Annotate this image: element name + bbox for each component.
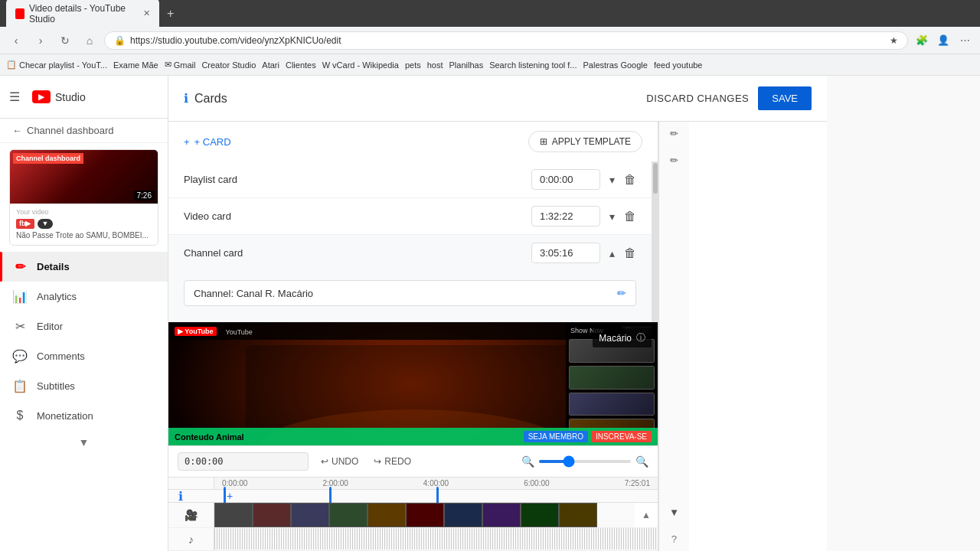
card-marker-1[interactable]: [329, 487, 332, 505]
extensions-icon[interactable]: 🧩: [913, 31, 931, 50]
chevron-down-icon: ▼: [79, 436, 90, 448]
bookmark-2[interactable]: ✉ Gmail: [165, 60, 196, 70]
redo-icon: ↪: [374, 456, 381, 467]
zoom-in-icon[interactable]: 🔍: [635, 455, 648, 468]
bookmark-9[interactable]: Planilhas: [449, 60, 484, 70]
bookmark-1[interactable]: Exame Mãe: [113, 60, 158, 70]
bookmark-8[interactable]: host: [427, 60, 443, 70]
cards-info-icon[interactable]: ℹ: [184, 91, 188, 106]
cards-items: Playlist card ▾ 🗑 Video card ▾ 🗑: [168, 161, 652, 322]
ruler-mark-4: 7:25:01: [625, 479, 650, 487]
video-thumb-2: [253, 503, 291, 527]
browser-tab[interactable]: Video details - YouTube Studio ✕: [6, 0, 159, 29]
plus-marker-btn[interactable]: +: [227, 490, 233, 502]
bookmark-12[interactable]: feed youtube: [654, 60, 703, 70]
side-edit-btn-2[interactable]: ✏: [670, 155, 678, 166]
tab-title: Video details - YouTube Studio: [29, 3, 136, 24]
more-options[interactable]: ▼: [38, 219, 54, 230]
track-collapse-btn[interactable]: ▲: [635, 510, 658, 520]
channel-back-btn[interactable]: ← Channel dashboard: [0, 119, 168, 143]
sidebar-item-comments[interactable]: 💬 Comments: [0, 341, 168, 371]
macario-badge: Macário ⓘ: [593, 328, 652, 347]
profile-icon[interactable]: 👤: [934, 31, 952, 50]
bookmark-5[interactable]: Clientes: [286, 60, 316, 70]
side-thumb-2[interactable]: [569, 366, 655, 390]
playlist-card-time[interactable]: [531, 169, 600, 190]
plus-icon: +: [184, 136, 190, 148]
channel-card-edit-btn[interactable]: ✏: [617, 287, 626, 299]
scroll-thumb: [653, 163, 658, 194]
add-marker-btn[interactable]: ℹ: [172, 487, 190, 505]
bookmarks-bar: 📋 Checar playlist - YouT... Exame Mãe ✉ …: [0, 54, 980, 76]
redo-btn[interactable]: ↪ REDO: [368, 453, 417, 470]
bookmark-7[interactable]: pets: [405, 60, 421, 70]
channel-card-time[interactable]: [531, 243, 600, 263]
forward-btn[interactable]: ›: [31, 31, 51, 51]
video-track-content[interactable]: [214, 503, 635, 527]
video-delete-btn[interactable]: 🗑: [624, 210, 636, 223]
video-duration: 7:26: [134, 191, 155, 201]
sidebar-item-details[interactable]: ✏ Details: [0, 252, 168, 282]
expand-sidebar-btn[interactable]: ▼: [0, 430, 168, 455]
playlist-expand-btn[interactable]: ▾: [609, 174, 615, 186]
card-marker-2[interactable]: [436, 487, 439, 505]
bookmark-4[interactable]: Atari: [262, 60, 279, 70]
address-bar[interactable]: 🔒 https://studio.youtube.com/video/ynzXp…: [104, 31, 908, 50]
cards-scroll-area: Playlist card ▾ 🗑 Video card ▾ 🗑: [168, 161, 658, 322]
channel-thumb-card[interactable]: 7:26 Channel dashboard Your video fb▶ ▼ …: [9, 149, 158, 246]
audio-track-content[interactable]: [214, 528, 658, 550]
card-marker-0[interactable]: [224, 487, 226, 505]
macario-name: Macário: [599, 333, 632, 344]
channel-collapse-btn[interactable]: ▴: [609, 247, 615, 259]
undo-redo-area: ↩ UNDO ↪ REDO: [315, 453, 417, 470]
yt-studio-header: ☰ ▶ Studio: [0, 76, 168, 119]
playlist-delete-btn[interactable]: 🗑: [624, 173, 636, 187]
video-card-name: Video card: [184, 210, 522, 222]
redo-label: REDO: [384, 456, 411, 467]
save-cards-btn[interactable]: SAVE: [758, 86, 812, 110]
audio-track-icon: ♪: [168, 528, 214, 550]
channel-card-name: Channel card: [184, 247, 522, 259]
sidebar: ☰ ▶ Studio ← Channel dashboard 7:26 Chan…: [0, 76, 168, 551]
channel-delete-btn[interactable]: 🗑: [624, 246, 636, 260]
seja-membro-btn[interactable]: SEJA MEMBRO: [524, 431, 588, 442]
bookmark-6[interactable]: W vCard - Wikipedia: [322, 60, 399, 70]
zoom-out-icon[interactable]: 🔍: [521, 455, 534, 468]
zoom-slider[interactable]: [539, 460, 631, 463]
side-thumb-3[interactable]: [569, 393, 655, 416]
add-card-btn[interactable]: + + CARD: [184, 136, 231, 148]
bookmark-3[interactable]: Creator Studio: [201, 60, 256, 70]
new-tab-btn[interactable]: +: [167, 7, 174, 21]
side-collapse-btn[interactable]: ▼: [669, 507, 679, 518]
sidebar-item-analytics[interactable]: 📊 Analytics: [0, 282, 168, 311]
scroll-indicator[interactable]: [652, 161, 658, 322]
yt-logo: ▶ Studio: [32, 90, 86, 103]
video-expand-btn[interactable]: ▾: [609, 210, 615, 223]
comments-icon: 💬: [12, 349, 28, 364]
undo-btn[interactable]: ↩ UNDO: [315, 453, 364, 470]
tab-close-btn[interactable]: ✕: [143, 8, 150, 18]
reload-btn[interactable]: ↻: [55, 31, 75, 51]
bookmark-10[interactable]: Search listening tool f...: [489, 60, 577, 70]
sidebar-item-monetization[interactable]: $ Monetization: [0, 401, 168, 430]
current-time-input[interactable]: 0:00:00: [178, 452, 309, 471]
bookmark-0[interactable]: 📋 Checar playlist - YouT...: [6, 60, 107, 70]
more-icon[interactable]: ⋯: [956, 31, 974, 50]
hamburger-menu[interactable]: ☰: [9, 90, 20, 104]
video-card-time[interactable]: [531, 206, 600, 227]
sidebar-item-subtitles[interactable]: 📋 Subtitles: [0, 371, 168, 401]
sidebar-item-editor[interactable]: ✂ Editor: [0, 311, 168, 341]
undo-label: UNDO: [332, 456, 358, 467]
side-edit-btn-1[interactable]: ✏: [670, 128, 678, 139]
bookmark-11[interactable]: Palestras Google: [583, 60, 647, 70]
apply-template-btn[interactable]: ⊞ APPLY TEMPLATE: [528, 131, 642, 152]
discard-changes-btn[interactable]: DISCARD CHANGES: [646, 93, 749, 104]
side-help-btn[interactable]: ?: [671, 533, 677, 545]
apply-template-label: APPLY TEMPLATE: [552, 136, 631, 147]
zoom-controls: 🔍 🔍: [521, 455, 648, 468]
inscreva-se-btn[interactable]: INSCREVA-SE: [591, 431, 652, 442]
ruler-mark-3: 6:00:00: [524, 479, 549, 487]
yt-tabs-area: YouTube: [223, 325, 616, 337]
back-btn[interactable]: ‹: [6, 31, 26, 51]
home-btn[interactable]: ⌂: [80, 31, 100, 51]
